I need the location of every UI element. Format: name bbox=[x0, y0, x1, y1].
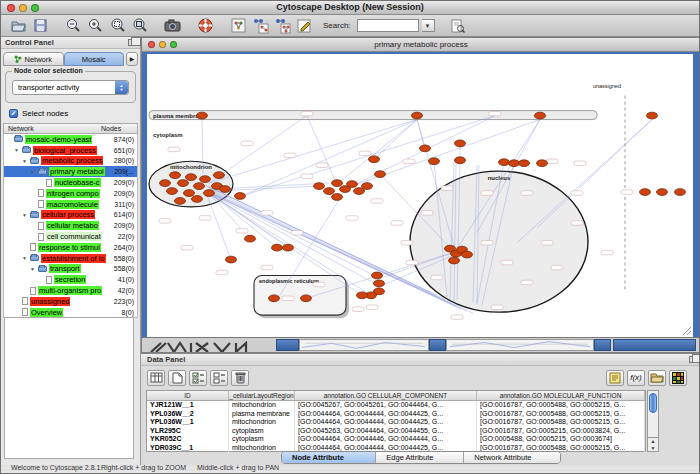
network-node[interactable] bbox=[194, 183, 205, 190]
new-network-from-selection-icon[interactable] bbox=[251, 16, 270, 35]
tree-row[interactable]: cell communicat22(0) bbox=[4, 231, 137, 242]
birds-eye-view[interactable] bbox=[4, 317, 134, 459]
expander-icon[interactable]: ▼ bbox=[21, 212, 28, 218]
minimized-window-icon[interactable] bbox=[613, 339, 696, 351]
network-overview-icon[interactable] bbox=[229, 16, 248, 35]
network-node[interactable] bbox=[412, 112, 423, 119]
zoom-window-icon[interactable] bbox=[31, 4, 39, 12]
network-node[interactable] bbox=[357, 292, 368, 299]
network-node[interactable] bbox=[314, 183, 325, 190]
network-node[interactable] bbox=[420, 145, 431, 152]
network-node[interactable] bbox=[509, 160, 520, 167]
resize-grip-icon[interactable] bbox=[682, 326, 692, 336]
tab-node-attribute-browser[interactable]: Node Attribute Browser bbox=[282, 452, 376, 463]
tree-row[interactable]: secretion41(0) bbox=[4, 274, 137, 285]
tab-network-attribute-browser[interactable]: Network Attribute Browser bbox=[464, 452, 560, 463]
network-node[interactable] bbox=[640, 189, 651, 196]
network-node[interactable] bbox=[362, 183, 373, 190]
network-node[interactable] bbox=[184, 190, 195, 197]
float-panel-icon[interactable] bbox=[689, 356, 697, 363]
network-node[interactable] bbox=[269, 295, 280, 302]
import-attributes-icon[interactable] bbox=[648, 370, 666, 386]
zoom-fit-icon[interactable] bbox=[130, 16, 149, 35]
close-icon[interactable] bbox=[148, 41, 155, 48]
close-icon[interactable] bbox=[7, 4, 15, 12]
table-row[interactable]: YPL036W__1mitochondrion[GO:0044464, GO:0… bbox=[147, 418, 645, 427]
expander-icon[interactable]: ▼ bbox=[21, 255, 28, 261]
scroll-down-icon[interactable]: ▼ bbox=[651, 445, 656, 451]
notes-icon[interactable] bbox=[606, 370, 624, 386]
network-node[interactable] bbox=[226, 256, 237, 263]
tree-row[interactable]: nitrogen compo209(0) bbox=[4, 188, 137, 199]
network-node[interactable] bbox=[332, 194, 343, 201]
network-node[interactable] bbox=[332, 180, 343, 187]
select-nodes-checkbox[interactable]: ✓ bbox=[9, 109, 18, 118]
network-node[interactable] bbox=[455, 140, 466, 147]
tab-network[interactable]: Network bbox=[3, 52, 64, 66]
expander-icon[interactable]: ▼ bbox=[21, 158, 28, 164]
table-row[interactable]: YPL036W__2plasma membrane[GO:0044464, GO… bbox=[147, 410, 645, 419]
tree-header-nodes[interactable]: Nodes bbox=[101, 125, 137, 132]
tree-header-network[interactable]: Network bbox=[4, 125, 101, 132]
tree-row[interactable]: ▼establishment of lo558(0) bbox=[4, 253, 137, 264]
column-header[interactable]: ID bbox=[147, 391, 229, 400]
minimize-icon[interactable] bbox=[19, 4, 27, 12]
network-canvas[interactable]: plasma membranecytoplasmmitochondrionnuc… bbox=[142, 52, 700, 337]
tab-overflow-icon[interactable]: ▶ bbox=[126, 52, 138, 66]
scrollbar-arrows[interactable]: ▲▼ bbox=[648, 437, 658, 451]
network-node[interactable] bbox=[204, 190, 215, 197]
column-header[interactable]: annotation.GO CELLULAR_COMPONENT bbox=[295, 391, 477, 400]
network-node[interactable] bbox=[220, 186, 231, 193]
network-node[interactable] bbox=[272, 244, 283, 251]
unselect-all-attributes-icon[interactable] bbox=[210, 370, 228, 386]
table-row[interactable]: YJR121W__1mitochondrion[GO:0045267, GO:0… bbox=[147, 401, 645, 410]
zoom-window-icon[interactable] bbox=[170, 41, 177, 48]
expander-icon[interactable]: ▼ bbox=[29, 266, 36, 272]
network-node[interactable] bbox=[374, 280, 385, 287]
network-node[interactable] bbox=[369, 156, 380, 163]
network-node[interactable] bbox=[537, 160, 548, 167]
network-node[interactable] bbox=[675, 189, 686, 196]
tree-row[interactable]: ▼primary metabol209(... bbox=[4, 166, 137, 177]
table-row[interactable]: YLR295Ccytoplasm[GO:0045263, GO:0044464,… bbox=[147, 427, 645, 436]
function-builder-icon[interactable]: f(x) bbox=[627, 370, 645, 386]
minimized-window-icon[interactable] bbox=[276, 339, 299, 351]
select-all-attributes-icon[interactable] bbox=[189, 370, 207, 386]
help-icon[interactable] bbox=[196, 16, 215, 35]
tree-row[interactable]: response to stimul264(0) bbox=[4, 242, 137, 253]
scroll-up-icon[interactable]: ▲ bbox=[651, 438, 656, 444]
annotation-icon[interactable] bbox=[295, 16, 314, 35]
open-icon[interactable] bbox=[9, 16, 28, 35]
column-header[interactable]: _cellularLayoutRegion bbox=[229, 391, 295, 400]
minimized-window-icon[interactable] bbox=[429, 339, 446, 351]
network-node[interactable] bbox=[324, 188, 335, 195]
network-node[interactable] bbox=[167, 188, 178, 195]
minimized-window-art[interactable] bbox=[146, 339, 266, 351]
network-node[interactable] bbox=[214, 172, 225, 179]
network-node[interactable] bbox=[535, 112, 546, 119]
window-titlebar[interactable]: Cytoscape Desktop (New Session) bbox=[1, 1, 699, 15]
tree-row[interactable]: ▼metabolic process280(0) bbox=[4, 156, 137, 167]
tab-mosaic[interactable]: Mosaic bbox=[64, 52, 125, 66]
column-header[interactable]: annotation.GO MOLECULAR_FUNCTION bbox=[477, 391, 645, 400]
tree-row[interactable]: Overview8(0) bbox=[4, 307, 137, 318]
network-node[interactable] bbox=[175, 198, 186, 205]
search-dropdown-icon[interactable]: ▼ bbox=[422, 19, 435, 32]
new-attribute-icon[interactable] bbox=[168, 370, 186, 386]
network-node[interactable] bbox=[235, 193, 246, 200]
search-go-icon[interactable] bbox=[449, 16, 468, 35]
new-network-all-edges-icon[interactable] bbox=[273, 16, 292, 35]
network-node[interactable] bbox=[375, 171, 386, 178]
network-node[interactable] bbox=[462, 251, 473, 258]
minimized-window-thumbnail[interactable] bbox=[446, 339, 594, 351]
tree-row[interactable]: nucleobase-c209(0) bbox=[4, 177, 137, 188]
heatmap-icon[interactable] bbox=[669, 370, 687, 386]
network-node[interactable] bbox=[301, 295, 312, 302]
network-node[interactable] bbox=[347, 181, 358, 188]
network-node[interactable] bbox=[429, 158, 440, 165]
tree-row[interactable]: ▼biological_process651(0) bbox=[4, 145, 137, 156]
network-node[interactable] bbox=[178, 180, 189, 187]
network-node[interactable] bbox=[197, 112, 208, 119]
float-panel-icon[interactable] bbox=[128, 39, 136, 46]
network-node[interactable] bbox=[455, 157, 466, 164]
